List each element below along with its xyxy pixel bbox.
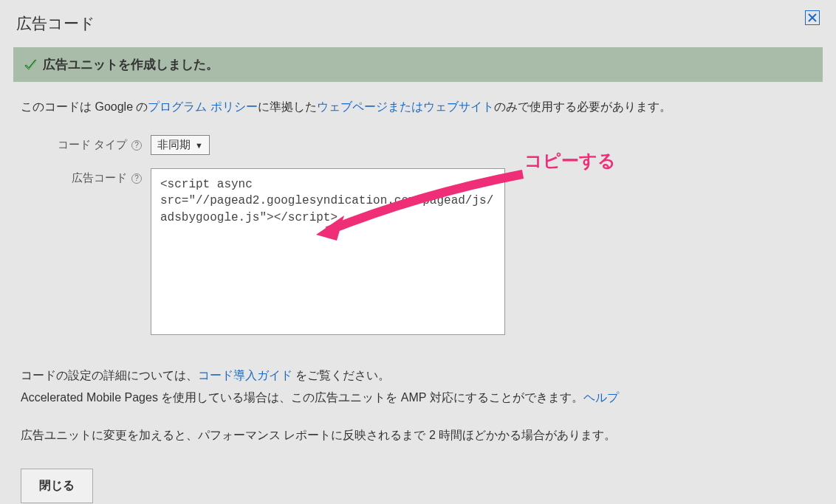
- footer-line1-suffix: をご覧ください。: [292, 369, 390, 382]
- ad-code-modal: 広告コード 広告ユニットを作成しました。 このコードは Google のプログラ…: [0, 0, 836, 504]
- help-link[interactable]: ヘルプ: [583, 391, 619, 404]
- help-icon[interactable]: ?: [131, 140, 142, 151]
- notice-prefix: このコードは Google の: [21, 100, 148, 113]
- footer-text: コードの設定の詳細については、コード導入ガイド をご覧ください。 Acceler…: [21, 365, 815, 446]
- ad-code-label: 広告コード ?: [21, 168, 151, 185]
- code-type-selected: 非同期: [157, 138, 191, 152]
- webpage-link[interactable]: ウェブページまたはウェブサイト: [317, 100, 494, 113]
- footer-line1-prefix: コードの設定の詳細については、: [21, 369, 198, 382]
- ad-code-textarea[interactable]: [151, 168, 505, 335]
- notice-suffix: のみで使用する必要があります。: [494, 100, 671, 113]
- modal-content: このコードは Google のプログラム ポリシーに準拠したウェブページまたはウ…: [0, 82, 836, 504]
- code-guide-link[interactable]: コード導入ガイド: [198, 369, 292, 382]
- modal-header: 広告コード: [0, 0, 836, 47]
- close-icon-button[interactable]: [805, 10, 820, 25]
- ad-code-label-text: 広告コード: [72, 171, 127, 185]
- help-icon[interactable]: ?: [131, 173, 142, 184]
- footer-line-2: Accelerated Mobile Pages を使用している場合は、この広告…: [21, 387, 815, 409]
- ad-code-row: 広告コード ?: [21, 168, 815, 335]
- success-message: 広告ユニットを作成しました。: [43, 56, 219, 73]
- chevron-down-icon: ▼: [195, 141, 203, 150]
- code-type-label-text: コード タイプ: [58, 138, 127, 152]
- notice-mid: に準拠した: [258, 100, 317, 113]
- code-type-row: コード タイプ ? 非同期 ▼: [21, 135, 815, 155]
- footer-line-1: コードの設定の詳細については、コード導入ガイド をご覧ください。: [21, 365, 815, 387]
- close-icon: [808, 13, 817, 22]
- code-type-select[interactable]: 非同期 ▼: [151, 135, 210, 155]
- checkmark-icon: [24, 58, 37, 72]
- code-type-label: コード タイプ ?: [21, 135, 151, 152]
- modal-title: 広告コード: [16, 13, 95, 34]
- success-banner: 広告ユニットを作成しました。: [13, 47, 823, 82]
- policy-notice: このコードは Google のプログラム ポリシーに準拠したウェブページまたはウ…: [21, 98, 815, 116]
- policy-link[interactable]: プログラム ポリシー: [148, 100, 257, 113]
- footer-line-3: 広告ユニットに変更を加えると、パフォーマンス レポートに反映されるまで 2 時間…: [21, 424, 815, 446]
- footer-line2-prefix: Accelerated Mobile Pages を使用している場合は、この広告…: [21, 391, 583, 404]
- close-button[interactable]: 閉じる: [21, 469, 93, 503]
